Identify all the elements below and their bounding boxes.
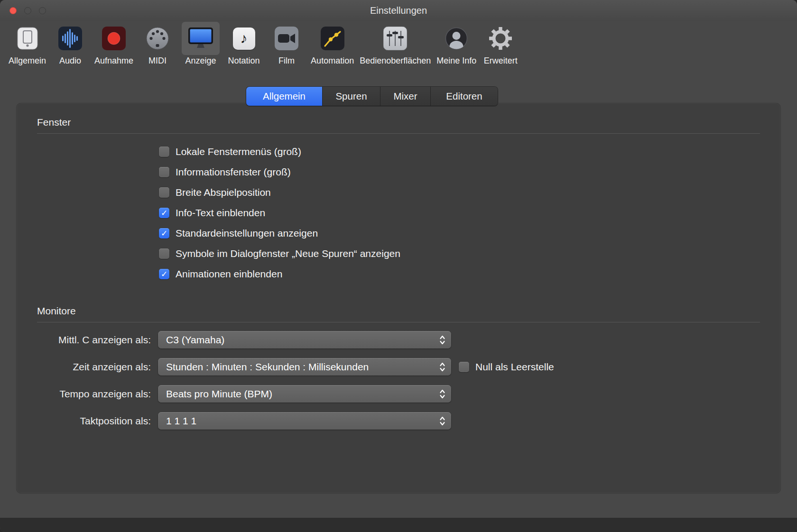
toolbar-item-aufnahme[interactable]: Aufnahme	[92, 22, 136, 66]
checkbox-label: Info-Text einblenden	[176, 207, 265, 219]
field-label: Mittl. C anzeigen als:	[37, 334, 151, 346]
checkbox[interactable]	[159, 248, 169, 259]
separator	[37, 133, 760, 134]
popup-value: Stunden : Minuten : Sekunden : Milliseku…	[166, 361, 437, 373]
toolbar-item-label: Allgemein	[9, 56, 46, 66]
updown-arrows-icon	[437, 416, 447, 426]
section-monitore: Monitore Mittl. C anzeigen als: C3 (Yama…	[37, 305, 760, 430]
checkbox[interactable]	[159, 228, 169, 238]
toolbar-item-label: Audio	[59, 56, 81, 66]
close-button[interactable]	[9, 7, 17, 14]
checkbox-row-info-text[interactable]: Info-Text einblenden	[159, 207, 760, 219]
checkbox-row-informationsfenster[interactable]: Informationsfenster (groß)	[159, 166, 760, 178]
field-label: Zeit anzeigen als:	[37, 361, 151, 373]
separator	[37, 322, 760, 322]
tab-mixer[interactable]: Mixer	[380, 87, 430, 106]
updown-arrows-icon	[437, 389, 447, 399]
field-label: Tempo anzeigen als:	[37, 388, 151, 400]
checkbox-label: Animationen einblenden	[176, 268, 282, 280]
popup-value: C3 (Yamaha)	[166, 334, 437, 346]
tab-allgemein[interactable]: Allgemein	[246, 87, 322, 106]
toolbar-item-label: Notation	[228, 56, 260, 66]
checkbox[interactable]	[159, 187, 169, 198]
checkbox-row-null-als-leerstelle[interactable]: Null als Leerstelle	[459, 361, 554, 373]
toolbar-item-film[interactable]: Film	[265, 22, 308, 66]
settings-window: Einstellungen Allgemein	[0, 0, 797, 532]
tab-editoren[interactable]: Editoren	[430, 87, 498, 106]
content-panel: Fenster Lokale Fenstermenüs (groß) Infor…	[17, 103, 780, 493]
display-icon	[182, 22, 220, 55]
toolbar-item-anzeige[interactable]: Anzeige	[179, 22, 222, 66]
checkbox-row-lokale-fenstermenues[interactable]: Lokale Fenstermenüs (groß)	[159, 146, 760, 157]
toolbar: Allgemein Audio	[0, 21, 797, 73]
faders-icon	[377, 22, 414, 55]
toolbar-item-label: Bedienoberflächen	[360, 56, 431, 66]
toolbar-item-meine-info[interactable]: Meine Info	[434, 22, 479, 66]
section-title: Fenster	[37, 117, 760, 128]
checkbox-label: Informationsfenster (groß)	[176, 166, 291, 178]
checkbox-row-breite-abspielposition[interactable]: Breite Abspielposition	[159, 187, 760, 198]
toolbar-item-audio[interactable]: Audio	[49, 22, 92, 66]
toolbar-item-allgemein[interactable]: Allgemein	[6, 22, 49, 66]
music-note-glyph: ♪	[233, 28, 255, 50]
bar-position-popup[interactable]: 1 1 1 1	[158, 412, 451, 430]
updown-arrows-icon	[437, 362, 447, 372]
toolbar-item-bedienoberflaechen[interactable]: Bedienoberflächen	[357, 22, 434, 66]
toolbar-item-label: MIDI	[148, 56, 167, 66]
time-display-popup[interactable]: Stunden : Minuten : Sekunden : Milliseku…	[158, 358, 451, 376]
checkbox[interactable]	[159, 208, 169, 218]
checkbox-row-standardeinstellungen[interactable]: Standardeinstellungen anzeigen	[159, 228, 760, 239]
audio-waveform-icon	[52, 22, 89, 55]
record-icon	[95, 22, 132, 55]
checkbox-label: Lokale Fenstermenüs (groß)	[176, 146, 301, 157]
section-fenster: Fenster Lokale Fenstermenüs (groß) Infor…	[37, 117, 760, 280]
toolbar-item-label: Aufnahme	[94, 56, 133, 66]
updown-arrows-icon	[437, 335, 447, 345]
midi-connector-icon	[139, 22, 176, 55]
toolbar-item-label: Meine Info	[436, 56, 476, 66]
section-title: Monitore	[37, 305, 760, 317]
toolbar-item-label: Erweitert	[484, 56, 518, 66]
minimize-button[interactable]	[24, 7, 31, 14]
automation-curve-icon	[314, 22, 351, 55]
row-time-display: Zeit anzeigen als: Stunden : Minuten : S…	[37, 358, 760, 376]
checkbox-label: Standardeinstellungen anzeigen	[176, 228, 318, 239]
tempo-display-popup[interactable]: Beats pro Minute (BPM)	[158, 385, 451, 403]
toolbar-item-label: Film	[278, 56, 295, 66]
checkbox-label: Breite Abspielposition	[176, 187, 271, 198]
tabbar: Allgemein Spuren Mixer Editoren	[246, 87, 498, 106]
tab-spuren[interactable]: Spuren	[322, 87, 380, 106]
checkbox-label: Symbole im Dialogfenster „Neue Spuren“ a…	[176, 248, 400, 259]
toolbar-item-midi[interactable]: MIDI	[136, 22, 179, 66]
zoom-button[interactable]	[39, 7, 46, 14]
popup-value: 1 1 1 1	[166, 415, 437, 427]
device-icon	[9, 22, 46, 55]
monitore-rows: Mittl. C anzeigen als: C3 (Yamaha) Zeit …	[37, 331, 760, 430]
popup-value: Beats pro Minute (BPM)	[166, 388, 437, 400]
toolbar-item-automation[interactable]: Automation	[308, 22, 357, 66]
toolbar-item-notation[interactable]: ♪ Notation	[222, 22, 265, 66]
toolbar-item-erweitert[interactable]: Erweitert	[479, 22, 522, 66]
window-bottom-bar	[0, 518, 797, 532]
row-bar-position: Taktposition als: 1 1 1 1	[37, 412, 760, 430]
user-icon	[438, 22, 475, 55]
video-camera-icon	[268, 22, 305, 55]
field-label: Taktposition als:	[37, 415, 151, 427]
gear-icon	[482, 22, 519, 55]
checkbox[interactable]	[459, 362, 469, 372]
middle-c-popup[interactable]: C3 (Yamaha)	[158, 331, 451, 349]
checkbox[interactable]	[159, 147, 169, 157]
music-note-icon: ♪	[225, 22, 262, 55]
checkbox-row-symbole-neue-spuren[interactable]: Symbole im Dialogfenster „Neue Spuren“ a…	[159, 248, 760, 259]
row-tempo-display: Tempo anzeigen als: Beats pro Minute (BP…	[37, 385, 760, 403]
titlebar: Einstellungen	[0, 0, 797, 21]
checkbox-label: Null als Leerstelle	[475, 361, 554, 373]
toolbar-item-label: Automation	[311, 56, 354, 66]
checkbox[interactable]	[159, 269, 169, 279]
window-title: Einstellungen	[370, 5, 427, 16]
row-middle-c: Mittl. C anzeigen als: C3 (Yamaha)	[37, 331, 760, 349]
toolbar-item-label: Anzeige	[185, 56, 216, 66]
traffic-lights	[9, 0, 46, 21]
checkbox[interactable]	[159, 167, 169, 177]
checkbox-row-animationen[interactable]: Animationen einblenden	[159, 268, 760, 280]
